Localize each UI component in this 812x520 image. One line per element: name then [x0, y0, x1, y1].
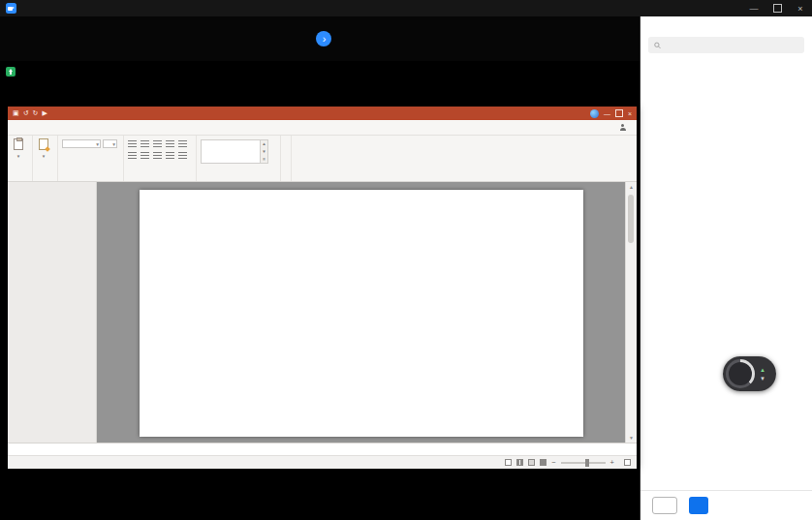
clipboard-small-buttons: [26, 138, 29, 172]
maximize-icon[interactable]: [765, 0, 789, 16]
caret-down-icon: ▾: [17, 154, 20, 160]
download-arrow-icon: ▼: [760, 376, 765, 382]
shapes-gallery[interactable]: ▲▼≡: [201, 139, 268, 172]
ppt-titlebar: ▣ ↺ ↻ ▶ — ×: [8, 107, 637, 120]
shared-screen-stage: › ▣ ↺ ↻ ▶: [0, 16, 640, 520]
align-right-icon[interactable]: [153, 152, 162, 160]
shapes-gallery-scroll[interactable]: ▲▼≡: [261, 139, 268, 164]
upload-arrow-icon: ▲: [760, 367, 765, 373]
ppt-titlebar-right: — ×: [585, 109, 632, 118]
nonverbal-feedback-bar: [640, 469, 812, 490]
zoom-out-icon[interactable]: −: [551, 458, 555, 467]
slideshow-view-icon[interactable]: [540, 459, 547, 466]
indent-increase-icon[interactable]: [166, 140, 174, 148]
ppt-ribbon: ▾ ▾: [8, 136, 637, 182]
ribbon-group-clipboard: ▾: [8, 136, 33, 181]
next-videos-button[interactable]: ›: [316, 31, 331, 46]
justify-icon[interactable]: [166, 152, 174, 160]
ribbon-group-drawing: ▲▼≡: [197, 136, 281, 181]
undo-icon[interactable]: ↺: [23, 109, 29, 117]
ppt-statusbar: − +: [8, 455, 637, 469]
ppt-share-button[interactable]: [611, 120, 637, 135]
participants-footer: [640, 490, 812, 520]
zoom-in-icon[interactable]: +: [610, 458, 614, 467]
network-speed-stats: ▲ ▼: [760, 367, 767, 382]
paragraph-icon-rows: [128, 139, 187, 172]
save-icon[interactable]: ▣: [13, 109, 19, 117]
zoom-titlebar: — ×: [0, 0, 812, 16]
participants-panel: [640, 16, 812, 520]
close-icon[interactable]: ×: [789, 0, 812, 16]
numbered-list-icon[interactable]: [141, 140, 149, 148]
clipboard-icon: [14, 138, 23, 150]
usage-ring: [726, 359, 755, 388]
invite-button[interactable]: [652, 497, 677, 514]
ppt-minimize-icon[interactable]: —: [604, 110, 610, 117]
new-slide-button[interactable]: ▾: [36, 138, 51, 172]
slide-canvas[interactable]: [140, 190, 583, 437]
zoom-slider[interactable]: [561, 462, 606, 464]
mute-all-button[interactable]: [689, 497, 708, 514]
scroll-down-icon[interactable]: ▼: [626, 435, 637, 441]
align-center-icon[interactable]: [141, 152, 149, 160]
columns-icon[interactable]: [178, 152, 187, 160]
participants-panel-title: [640, 16, 812, 36]
participant-list: [640, 59, 812, 469]
ppt-close-icon[interactable]: ×: [628, 110, 632, 117]
caret-down-icon: ▾: [43, 154, 46, 160]
start-slideshow-icon[interactable]: ▶: [42, 109, 47, 117]
zoom-app-icon: [6, 3, 16, 14]
redo-icon[interactable]: ↻: [33, 109, 39, 117]
notes-pane[interactable]: [8, 443, 637, 455]
person-icon: [619, 124, 626, 131]
slide-sorter-view-icon[interactable]: [516, 459, 523, 466]
ribbon-group-paragraph: [124, 136, 197, 181]
ribbon-group-font: ▾ ▾: [58, 136, 124, 181]
scroll-up-icon[interactable]: ▲: [626, 184, 637, 190]
zoom-meeting-window: — × › ▣ ↺ ↻ ▶: [0, 0, 812, 520]
scrollbar-thumb[interactable]: [628, 195, 634, 243]
search-input[interactable]: [665, 40, 798, 51]
new-slide-icon: [39, 138, 48, 150]
ribbon-group-editing: [281, 136, 292, 181]
participant-search-box[interactable]: [648, 37, 804, 53]
window-controls: — ×: [742, 0, 812, 16]
minimize-icon[interactable]: —: [742, 0, 765, 16]
quick-access-toolbar: ▣ ↺ ↻ ▶: [13, 109, 47, 117]
slides-small-buttons: [51, 138, 54, 172]
paste-button[interactable]: ▾: [11, 138, 26, 172]
font-name-combobox[interactable]: ▾: [62, 139, 101, 148]
fit-to-window-icon[interactable]: [624, 459, 631, 466]
slide-scrollbar[interactable]: ▲ ▼: [625, 182, 637, 443]
slide-editing-area: ▲ ▼: [97, 182, 637, 443]
system-monitor-overlay[interactable]: ▲ ▼: [723, 356, 776, 391]
ppt-restore-icon[interactable]: [615, 109, 623, 117]
normal-view-icon[interactable]: [505, 459, 512, 466]
font-size-combobox[interactable]: ▾: [103, 139, 117, 148]
search-icon: [654, 42, 661, 49]
bullet-list-icon[interactable]: [128, 140, 137, 148]
zoom-slider-knob[interactable]: [585, 459, 589, 467]
ribbon-group-slides: ▾: [33, 136, 58, 181]
indent-decrease-icon[interactable]: [153, 140, 162, 148]
account-avatar[interactable]: [590, 109, 599, 118]
powerpoint-window: ▣ ↺ ↻ ▶ — ×: [8, 107, 637, 469]
slide-thumbnail-panel: [8, 182, 97, 443]
reading-view-icon[interactable]: [528, 459, 535, 466]
ppt-ribbon-tabs: [8, 120, 637, 136]
line-spacing-icon[interactable]: [178, 140, 187, 148]
share-indicator: [6, 67, 19, 76]
align-left-icon[interactable]: [128, 152, 137, 160]
video-strip: ›: [0, 16, 640, 61]
screen-share-icon: [6, 67, 16, 76]
